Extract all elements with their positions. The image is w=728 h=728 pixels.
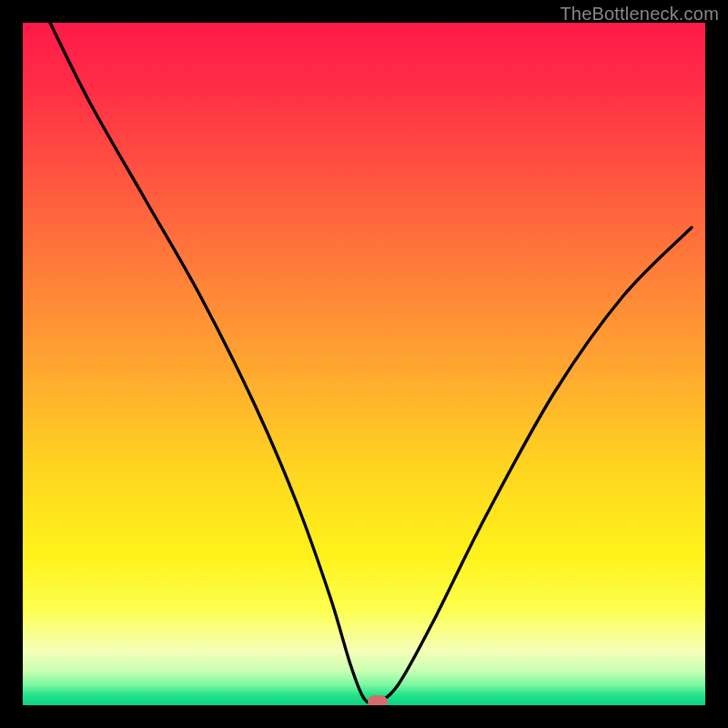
optimum-marker xyxy=(368,695,388,705)
watermark-text: TheBottleneck.com xyxy=(560,4,719,25)
chart-frame: TheBottleneck.com xyxy=(0,0,728,728)
plot-area xyxy=(23,23,705,705)
bottleneck-curve xyxy=(23,23,705,705)
curve-path xyxy=(50,23,692,703)
